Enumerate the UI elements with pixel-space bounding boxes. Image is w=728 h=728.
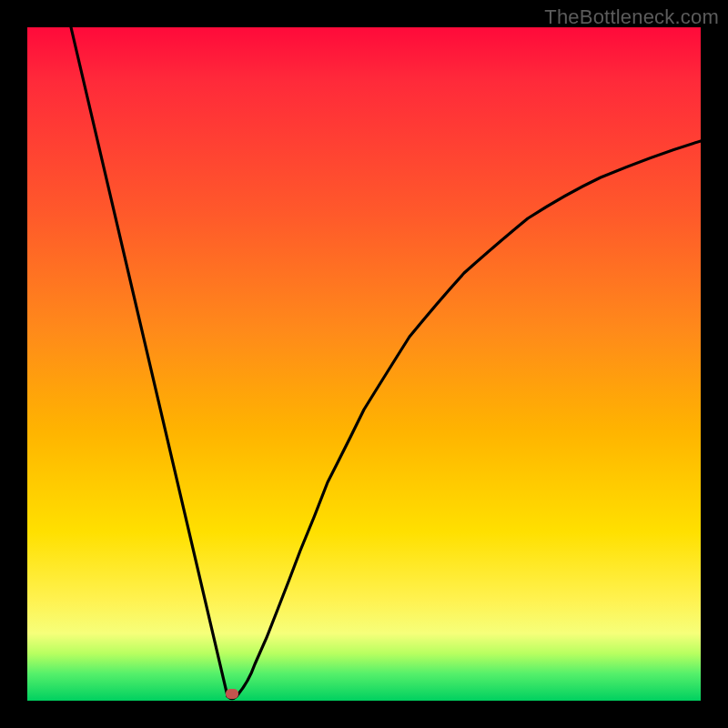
plot-area — [27, 27, 701, 701]
optimal-point-marker — [226, 689, 238, 699]
curve-right-branch — [237, 141, 701, 696]
chart-frame: TheBottleneck.com — [0, 0, 728, 728]
watermark-text: TheBottleneck.com — [544, 5, 719, 29]
curve-left-branch — [71, 27, 228, 696]
bottleneck-curve — [27, 27, 701, 701]
